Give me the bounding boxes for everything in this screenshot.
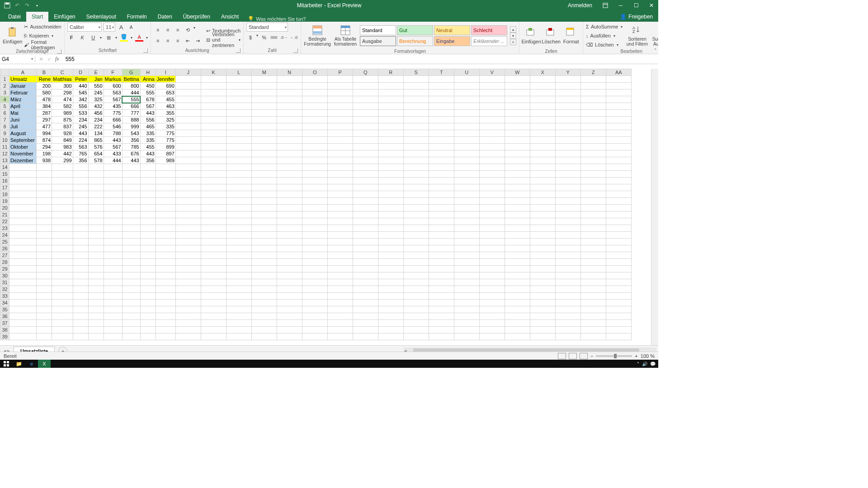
cell-N23[interactable] <box>277 225 302 232</box>
cell-L15[interactable] <box>226 171 251 178</box>
cell-A30[interactable] <box>9 272 37 279</box>
cell-B2[interactable]: 200 <box>37 83 52 89</box>
cell-V12[interactable] <box>479 150 505 157</box>
cell-N5[interactable] <box>277 103 302 110</box>
cell-R25[interactable] <box>378 239 403 245</box>
cell-M34[interactable] <box>251 300 277 306</box>
cell-N18[interactable] <box>277 191 302 198</box>
cell-F10[interactable]: 443 <box>104 137 122 144</box>
cell-R8[interactable] <box>378 123 403 130</box>
cell-Z13[interactable] <box>580 157 606 164</box>
cell-M13[interactable] <box>251 157 277 164</box>
cell-K19[interactable] <box>201 198 226 205</box>
cell-N19[interactable] <box>277 198 302 205</box>
row-header-14[interactable]: 14 <box>0 164 9 171</box>
tab-data[interactable]: Daten <box>152 12 178 22</box>
col-header-N[interactable]: N <box>277 69 302 76</box>
align-dialog-icon[interactable] <box>236 48 241 53</box>
cell-Q13[interactable] <box>353 157 378 164</box>
cell-U15[interactable] <box>454 171 479 178</box>
cell-V22[interactable] <box>479 218 505 225</box>
borders-icon[interactable]: ⊞ <box>104 33 113 42</box>
cell-M33[interactable] <box>251 293 277 300</box>
cell-L6[interactable] <box>226 110 251 117</box>
cell-AA35[interactable] <box>606 306 631 313</box>
row-header-19[interactable]: 19 <box>0 198 9 205</box>
cell-P6[interactable] <box>327 110 353 117</box>
cell-G10[interactable]: 356 <box>122 137 140 144</box>
cell-W39[interactable] <box>505 333 530 340</box>
tab-formulas[interactable]: Formeln <box>122 12 152 22</box>
cell-L31[interactable] <box>226 279 251 286</box>
cell-D38[interactable] <box>73 327 88 333</box>
cell-S1[interactable] <box>403 76 429 83</box>
row-header-1[interactable]: 1 <box>0 76 9 83</box>
cell-AA36[interactable] <box>606 313 631 320</box>
cell-R16[interactable] <box>378 178 403 184</box>
ribbon-display-icon[interactable] <box>599 0 612 11</box>
cell-V6[interactable] <box>479 110 505 117</box>
cell-N4[interactable] <box>277 96 302 103</box>
cell-M36[interactable] <box>251 313 277 320</box>
cell-U28[interactable] <box>454 259 479 266</box>
cell-P24[interactable] <box>327 232 353 239</box>
italic-button[interactable]: K <box>78 33 86 42</box>
cell-G18[interactable] <box>122 191 140 198</box>
cell-I34[interactable] <box>156 300 175 306</box>
cell-R33[interactable] <box>378 293 403 300</box>
cell-L21[interactable] <box>226 211 251 218</box>
cell-X3[interactable] <box>530 89 555 96</box>
cell-F39[interactable] <box>104 333 122 340</box>
cell-B39[interactable] <box>37 333 52 340</box>
cell-AA7[interactable] <box>606 117 631 123</box>
cell-F29[interactable] <box>104 266 122 272</box>
cell-Q30[interactable] <box>353 272 378 279</box>
cell-N17[interactable] <box>277 184 302 191</box>
cell-H12[interactable]: 443 <box>140 150 156 157</box>
cell-P5[interactable] <box>327 103 353 110</box>
cell-K12[interactable] <box>201 150 226 157</box>
cell-AA29[interactable] <box>606 266 631 272</box>
cell-H34[interactable] <box>140 300 156 306</box>
cell-AA6[interactable] <box>606 110 631 117</box>
cell-B18[interactable] <box>37 191 52 198</box>
cell-P31[interactable] <box>327 279 353 286</box>
cell-H28[interactable] <box>140 259 156 266</box>
cell-D31[interactable] <box>73 279 88 286</box>
cell-L7[interactable] <box>226 117 251 123</box>
cell-F32[interactable] <box>104 286 122 293</box>
cell-B36[interactable] <box>37 313 52 320</box>
cell-H38[interactable] <box>140 327 156 333</box>
row-header-17[interactable]: 17 <box>0 184 9 191</box>
cell-S3[interactable] <box>403 89 429 96</box>
row-header-34[interactable]: 34 <box>0 300 9 306</box>
col-header-P[interactable]: P <box>327 69 353 76</box>
cell-X15[interactable] <box>530 171 555 178</box>
cell-O2[interactable] <box>302 83 327 89</box>
cell-A23[interactable] <box>9 225 37 232</box>
row-header-9[interactable]: 9 <box>0 130 9 137</box>
cell-AA21[interactable] <box>606 211 631 218</box>
tray-volume-icon[interactable]: 🔊 <box>642 361 647 366</box>
cell-X7[interactable] <box>530 117 555 123</box>
cell-AA8[interactable] <box>606 123 631 130</box>
cell-E2[interactable]: 550 <box>88 83 104 89</box>
cell-S5[interactable] <box>403 103 429 110</box>
cell-J33[interactable] <box>175 293 201 300</box>
cell-A34[interactable] <box>9 300 37 306</box>
cell-K37[interactable] <box>201 320 226 327</box>
cell-T18[interactable] <box>429 191 454 198</box>
cell-P28[interactable] <box>327 259 353 266</box>
cell-S18[interactable] <box>403 191 429 198</box>
cell-O7[interactable] <box>302 117 327 123</box>
cell-Z29[interactable] <box>580 266 606 272</box>
cell-Y35[interactable] <box>555 306 580 313</box>
cell-V36[interactable] <box>479 313 505 320</box>
cell-E1[interactable]: Jan <box>88 76 104 83</box>
cell-AA33[interactable] <box>606 293 631 300</box>
cell-C28[interactable] <box>52 259 73 266</box>
style-good[interactable]: Gut <box>397 25 433 35</box>
cell-L11[interactable] <box>226 144 251 150</box>
style-output[interactable]: Ausgabe <box>360 36 396 46</box>
cell-T26[interactable] <box>429 245 454 252</box>
